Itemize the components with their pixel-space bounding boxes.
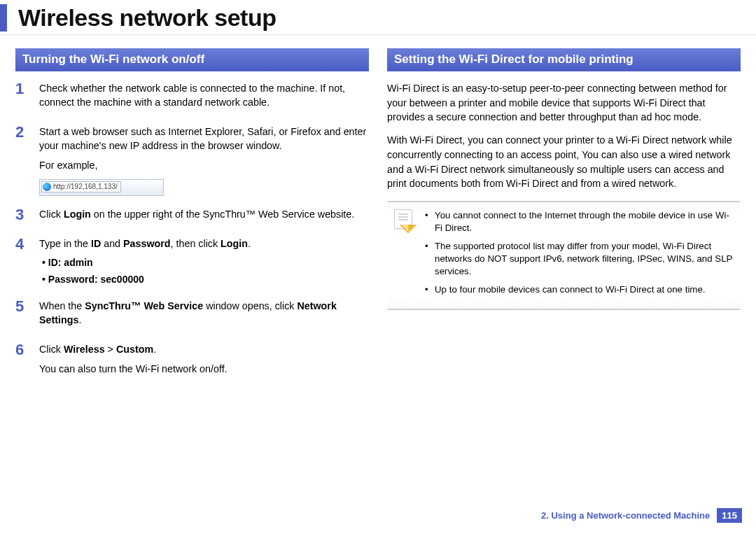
step-text: When the SyncThru™ Web Service window op… (39, 299, 369, 327)
example-url: http://192,168,1,133/ (53, 182, 118, 192)
step-number: 2 (15, 125, 29, 197)
step-number: 5 (15, 299, 29, 332)
step-text: Check whether the network cable is conne… (39, 81, 369, 109)
step-body: Click Login on the upper right of the Sy… (39, 207, 369, 227)
address-bar-inner: http://192,168,1,133/ (41, 181, 121, 192)
credential-password: Password: sec00000 (42, 273, 369, 287)
page-header: Wireless network setup (0, 4, 756, 31)
step-body: Check whether the network cable is conne… (39, 81, 369, 115)
step-number: 3 (15, 207, 29, 227)
note-item: Up to four mobile devices can connect to… (425, 283, 734, 296)
note-icon-wrap (394, 209, 416, 302)
page-number: 115 (717, 508, 742, 523)
step-number: 6 (15, 342, 29, 381)
section-title-left: Turning the Wi-Fi network on/off (15, 48, 369, 71)
steps-list: 1 Check whether the network cable is con… (15, 81, 369, 381)
note-pencil-icon (394, 209, 412, 229)
step-text: Click Login on the upper right of the Sy… (39, 207, 369, 221)
example-label: For example, (39, 158, 369, 172)
step-3: 3 Click Login on the upper right of the … (15, 207, 369, 227)
credential-id: ID: admin (42, 256, 369, 270)
step-text: Start a web browser such as Internet Exp… (39, 125, 369, 153)
step-body: When the SyncThru™ Web Service window op… (39, 299, 369, 332)
step-4: 4 Type in the ID and Password, then clic… (15, 237, 369, 289)
step-extra: You can also turn the Wi-Fi network on/o… (39, 362, 369, 376)
intro-paragraph-1: Wi-Fi Direct is an easy-to-setup peer-to… (387, 81, 741, 125)
step-text: Type in the ID and Password, then click … (39, 237, 369, 251)
right-column: Setting the Wi-Fi Direct for mobile prin… (387, 48, 741, 391)
section-title-right: Setting the Wi-Fi Direct for mobile prin… (387, 48, 741, 71)
step-body: Type in the ID and Password, then click … (39, 237, 369, 289)
address-bar-example: http://192,168,1,133/ (39, 179, 164, 196)
step-number: 4 (15, 237, 29, 289)
note-item: The supported protocol list may differ f… (425, 240, 734, 278)
step-text: Click Wireless > Custom. (39, 342, 369, 356)
footer-chapter: 2. Using a Network-connected Machine (541, 510, 710, 521)
step-number: 1 (15, 81, 29, 115)
step-5: 5 When the SyncThru™ Web Service window … (15, 299, 369, 332)
step-body: Start a web browser such as Internet Exp… (39, 125, 369, 197)
note-item: You cannot connect to the Internet throu… (425, 209, 734, 234)
step-2: 2 Start a web browser such as Internet E… (15, 125, 369, 197)
left-column: Turning the Wi-Fi network on/off 1 Check… (15, 48, 369, 391)
page-title: Wireless network setup (18, 4, 756, 31)
credentials-list: ID: admin Password: sec00000 (42, 256, 369, 286)
intro-paragraph-2: With Wi-Fi Direct, you can connect your … (387, 133, 741, 191)
step-body: Click Wireless > Custom. You can also tu… (39, 342, 369, 381)
content-columns: Turning the Wi-Fi network on/off 1 Check… (0, 40, 756, 391)
step-6: 6 Click Wireless > Custom. You can also … (15, 342, 369, 381)
browser-icon (43, 183, 51, 191)
note-list: You cannot connect to the Internet throu… (425, 209, 734, 302)
step-1: 1 Check whether the network cable is con… (15, 81, 369, 115)
note-box: You cannot connect to the Internet throu… (387, 201, 741, 310)
header-divider (0, 34, 756, 36)
page-footer: 2. Using a Network-connected Machine 115 (541, 508, 742, 523)
